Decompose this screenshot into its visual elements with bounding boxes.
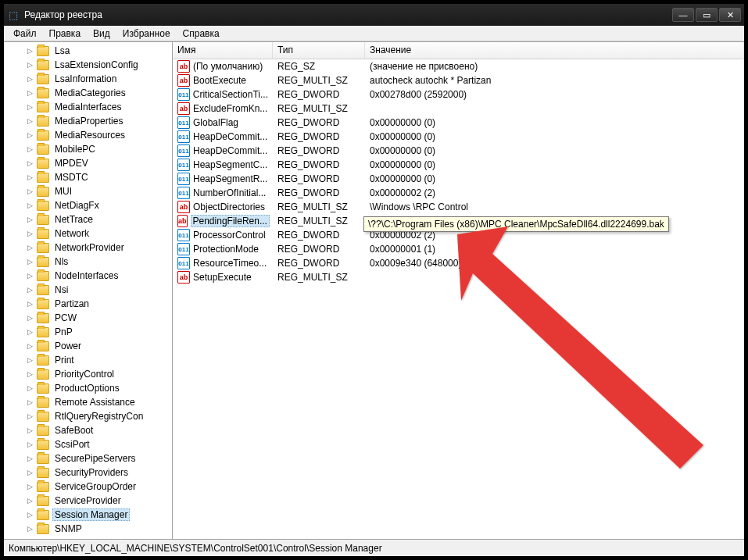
list-row[interactable]: 011ProtectionModeREG_DWORD0x00000001 (1)	[173, 242, 744, 256]
column-value[interactable]: Значение	[365, 42, 744, 59]
expander-icon[interactable]: ▷	[26, 258, 34, 266]
tree-node[interactable]: ▷MediaInterfaces	[26, 100, 172, 114]
column-name[interactable]: Имя	[173, 42, 273, 59]
list-row[interactable]: 011ResourceTimeo...REG_DWORD0x0009e340 (…	[173, 256, 744, 270]
expander-icon[interactable]: ▷	[26, 131, 34, 140]
tree-node[interactable]: ▷PCW	[26, 311, 172, 325]
tree-panel[interactable]: ▷Lsa▷LsaExtensionConfig▷LsaInformation▷M…	[4, 42, 173, 539]
expander-icon[interactable]: ▷	[26, 272, 34, 280]
tree-node[interactable]: ▷LsaExtensionConfig	[26, 58, 172, 72]
tree-node[interactable]: ▷MediaCategories	[26, 86, 172, 100]
expander-icon[interactable]: ▷	[26, 159, 34, 168]
expander-icon[interactable]: ▷	[26, 314, 34, 323]
list-row[interactable]: abBootExecuteREG_MULTI_SZautocheck autoc…	[173, 73, 744, 87]
expander-icon[interactable]: ▷	[26, 426, 34, 435]
tree-node[interactable]: ▷ServiceGroupOrder	[26, 480, 172, 494]
list-row[interactable]: abObjectDirectoriesREG_MULTI_SZ\Windows …	[173, 200, 744, 214]
menu-edit[interactable]: Правка	[43, 27, 88, 41]
expander-icon[interactable]: ▷	[26, 117, 34, 126]
list-row[interactable]: abSetupExecuteREG_MULTI_SZ	[173, 270, 744, 284]
list-row[interactable]: 011HeapDeCommit...REG_DWORD0x00000000 (0…	[173, 130, 744, 144]
tree-node[interactable]: ▷MSDTC	[26, 170, 172, 184]
expander-icon[interactable]: ▷	[26, 483, 34, 491]
tree-node[interactable]: ▷NetDiagFx	[26, 198, 172, 212]
maximize-button[interactable]: ▭	[696, 8, 718, 22]
tree-node[interactable]: ▷RtlQueryRegistryCon	[26, 409, 172, 423]
tree-node[interactable]: ▷Nls	[26, 255, 172, 269]
tree-node[interactable]: ▷ScsiPort	[26, 437, 172, 451]
expander-icon[interactable]: ▷	[26, 441, 34, 449]
tree-node[interactable]: ▷MUI	[26, 184, 172, 198]
expander-icon[interactable]: ▷	[26, 47, 34, 55]
tree-node[interactable]: ▷Lsa	[26, 44, 172, 58]
menu-favorites[interactable]: Избранное	[116, 27, 177, 41]
tree-node[interactable]: ▷MediaProperties	[26, 114, 172, 128]
tree-node[interactable]: ▷ServiceProvider	[26, 494, 172, 508]
list-row[interactable]: ab(По умолчанию)REG_SZ(значение не присв…	[173, 59, 744, 73]
tree-node[interactable]: ▷SNMP	[26, 522, 172, 536]
tree-node[interactable]: ▷NetTrace	[26, 212, 172, 226]
tree-node[interactable]: ▷PriorityControl	[26, 367, 172, 381]
tree-node[interactable]: ▷Partizan	[26, 297, 172, 311]
list-row[interactable]: 011NumberOfInitial...REG_DWORD0x00000002…	[173, 186, 744, 200]
list-row[interactable]: 011GlobalFlagREG_DWORD0x00000000 (0)	[173, 116, 744, 130]
expander-icon[interactable]: ▷	[26, 145, 34, 154]
tree-node[interactable]: ▷Session Manager	[26, 508, 172, 522]
tree-node[interactable]: ▷NetworkProvider	[26, 241, 172, 255]
menu-view[interactable]: Вид	[87, 27, 116, 41]
list-row[interactable]: 011HeapSegmentR...REG_DWORD0x00000000 (0…	[173, 172, 744, 186]
expander-icon[interactable]: ▷	[26, 173, 34, 182]
list-row[interactable]: 011HeapSegmentC...REG_DWORD0x00000000 (0…	[173, 158, 744, 172]
list-row[interactable]: abExcludeFromKn...REG_MULTI_SZ	[173, 102, 744, 116]
expander-icon[interactable]: ▷	[26, 202, 34, 210]
menu-help[interactable]: Справка	[177, 27, 226, 41]
tree-node[interactable]: ▷Remote Assistance	[26, 395, 172, 409]
expander-icon[interactable]: ▷	[26, 342, 34, 351]
expander-icon[interactable]: ▷	[26, 75, 34, 84]
column-type[interactable]: Тип	[273, 42, 365, 59]
tree-node[interactable]: ▷SafeBoot	[26, 423, 172, 437]
tree-node[interactable]: ▷MediaResources	[26, 128, 172, 142]
tree-node[interactable]: ▷ProductOptions	[26, 381, 172, 395]
expander-icon[interactable]: ▷	[26, 398, 34, 407]
titlebar[interactable]: ⬚ Редактор реестра — ▭ ✕	[4, 4, 744, 26]
expander-icon[interactable]: ▷	[26, 469, 34, 477]
tree-node[interactable]: ▷MPDEV	[26, 156, 172, 170]
expander-icon[interactable]: ▷	[26, 511, 34, 519]
expander-icon[interactable]: ▷	[26, 300, 34, 309]
expander-icon[interactable]: ▷	[26, 525, 34, 533]
expander-icon[interactable]: ▷	[26, 412, 34, 421]
expander-icon[interactable]: ▷	[26, 103, 34, 112]
tree-node[interactable]: ▷NodeInterfaces	[26, 269, 172, 283]
close-button[interactable]: ✕	[719, 8, 741, 22]
list-row[interactable]: 011CriticalSectionTi...REG_DWORD0x00278d…	[173, 87, 744, 102]
tree-node[interactable]: ▷SecurityProviders	[26, 465, 172, 480]
expander-icon[interactable]: ▷	[26, 497, 34, 505]
tree-node[interactable]: ▷SecurePipeServers	[26, 451, 172, 465]
tree-label: NetworkProvider	[52, 241, 127, 254]
expander-icon[interactable]: ▷	[26, 356, 34, 365]
minimize-button[interactable]: —	[672, 8, 694, 22]
expander-icon[interactable]: ▷	[26, 61, 34, 70]
expander-icon[interactable]: ▷	[26, 328, 34, 337]
tree-node[interactable]: ▷Power	[26, 339, 172, 353]
expander-icon[interactable]: ▷	[26, 230, 34, 238]
menu-file[interactable]: Файл	[7, 27, 43, 41]
tree-node[interactable]: ▷Print	[26, 353, 172, 367]
expander-icon[interactable]: ▷	[26, 370, 34, 379]
tree-node[interactable]: ▷Nsi	[26, 283, 172, 297]
expander-icon[interactable]: ▷	[26, 216, 34, 224]
tree-node[interactable]: ▷MobilePC	[26, 142, 172, 156]
tree-node[interactable]: ▷PnP	[26, 325, 172, 339]
expander-icon[interactable]: ▷	[26, 187, 34, 196]
expander-icon[interactable]: ▷	[26, 286, 34, 294]
list-row[interactable]: 011HeapDeCommit...REG_DWORD0x00000000 (0…	[173, 144, 744, 158]
expander-icon[interactable]: ▷	[26, 455, 34, 463]
expander-icon[interactable]: ▷	[26, 244, 34, 252]
folder-icon	[37, 412, 49, 422]
expander-icon[interactable]: ▷	[26, 89, 34, 98]
list-body[interactable]: ab(По умолчанию)REG_SZ(значение не присв…	[173, 59, 744, 539]
tree-node[interactable]: ▷LsaInformation	[26, 72, 172, 86]
tree-node[interactable]: ▷Network	[26, 226, 172, 241]
expander-icon[interactable]: ▷	[26, 384, 34, 393]
